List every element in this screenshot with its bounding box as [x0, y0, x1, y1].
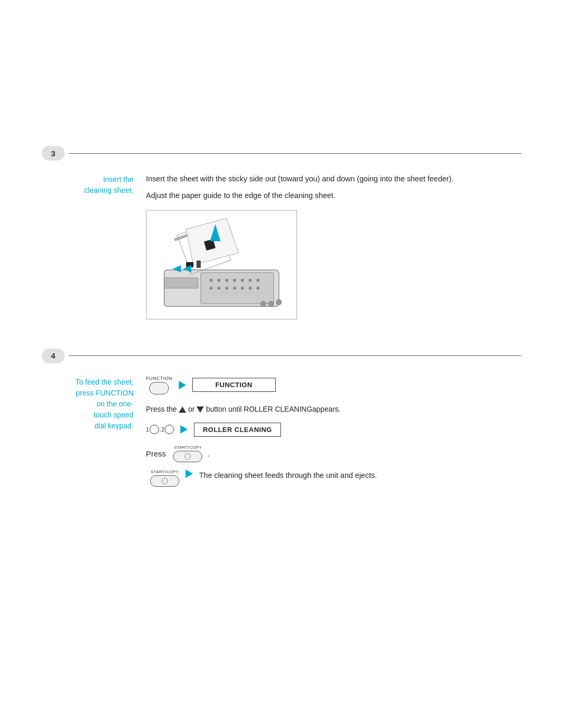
up-arrow-inline	[179, 406, 186, 413]
svg-point-14	[249, 287, 252, 290]
press-until-main: Press the	[146, 405, 179, 413]
step3-label-line1: Insert the	[103, 175, 133, 183]
step3-content: Insert the sheet with the sticky side ou…	[146, 173, 521, 328]
page-content: 3 Insert the cleaning sheet. Insert the …	[0, 0, 563, 539]
svg-point-3	[217, 279, 221, 282]
function-display-box: FUNCTION	[192, 378, 276, 392]
step4-label: To feed the sheet, press FUNCTION on the…	[42, 376, 146, 487]
svg-point-10	[233, 287, 236, 290]
step4-header: 4	[42, 349, 521, 363]
svg-point-12	[249, 279, 252, 282]
arrow-icon-3	[186, 470, 193, 478]
step3-header: 3	[42, 146, 521, 161]
result-icon-box: START/COPY	[146, 470, 179, 487]
step4-line	[69, 355, 521, 356]
num-circles-icon: 1 , 2	[146, 425, 174, 434]
svg-rect-21	[197, 261, 201, 268]
press-period: .	[207, 449, 210, 458]
function-row: FUNCTION FUNCTION	[146, 376, 521, 394]
svg-point-7	[225, 287, 228, 290]
svg-point-28	[276, 300, 282, 305]
function-icon-box: FUNCTION	[146, 376, 173, 394]
arrow-icon-2	[180, 425, 188, 434]
fax-diagram	[146, 210, 297, 319]
start-inner-circle-result	[162, 478, 168, 484]
arrow-icon-1	[179, 381, 186, 389]
step4-badge: 4	[42, 349, 65, 363]
roller-cleaning-row: 1 , 2 ROLLER CLEANING	[146, 423, 521, 437]
svg-point-6	[217, 287, 221, 290]
function-oval-icon: FUNCTION	[146, 376, 173, 394]
or-text: or	[188, 405, 197, 413]
roller-cleaning-text: ROLLER CLEANING	[203, 426, 272, 434]
svg-point-4	[225, 279, 228, 282]
start-copy-icon-result: START/COPY	[150, 470, 179, 487]
svg-point-2	[210, 279, 213, 282]
function-display-text: FUNCTION	[215, 381, 252, 389]
step3-line	[69, 153, 521, 154]
step4-label-line4: touch speed	[94, 411, 133, 419]
start-oval-shape	[173, 451, 202, 462]
press-word: Press	[146, 449, 166, 458]
circle-o-2	[165, 425, 174, 434]
svg-point-26	[261, 301, 266, 306]
step4-label-line1: To feed the sheet,	[76, 378, 133, 386]
num1: 1	[146, 427, 149, 433]
step4-body: To feed the sheet, press FUNCTION on the…	[42, 376, 521, 487]
svg-point-5	[210, 287, 213, 290]
svg-rect-25	[164, 278, 198, 288]
appears-text: appears.	[312, 405, 340, 413]
step4-content: FUNCTION FUNCTION Press the or button un…	[146, 376, 521, 487]
comma-sep: ,	[160, 426, 161, 433]
step3-body: Insert the cleaning sheet. Insert the sh…	[42, 173, 521, 328]
result-row: START/COPY The cleaning sheet feeds thro…	[146, 470, 521, 487]
function-button-shape	[149, 382, 169, 394]
fax-illustration-svg	[149, 213, 295, 317]
svg-point-15	[256, 287, 260, 290]
start-copy-label-result: START/COPY	[151, 470, 178, 474]
function-small-label: FUNCTION	[146, 376, 173, 381]
press-until-suffix: button until ROLLER CLEANING	[206, 405, 312, 413]
svg-point-11	[241, 287, 244, 290]
step4-label-line5: dial keypad.	[94, 422, 133, 430]
svg-point-13	[256, 279, 260, 282]
step3-instruction2: Adjust the paper guide to the edge of th…	[146, 190, 521, 201]
step3-instruction1: Insert the sheet with the sticky side ou…	[146, 173, 521, 184]
svg-point-27	[268, 301, 274, 306]
circle-o-1	[150, 425, 159, 434]
roller-cleaning-display: ROLLER CLEANING	[194, 423, 280, 437]
svg-point-8	[233, 279, 236, 282]
step4-label-line2: press FUNCTION	[76, 389, 133, 397]
num2: 2	[162, 427, 165, 433]
result-text: The cleaning sheet feeds through the uni…	[199, 470, 377, 481]
step3-label: Insert the cleaning sheet.	[42, 173, 146, 328]
press-start-row: Press START/COPY .	[146, 445, 521, 462]
press-until-text: Press the or button until ROLLER CLEANIN…	[146, 404, 521, 415]
down-arrow-inline	[197, 406, 204, 413]
top-spacer	[42, 31, 521, 146]
start-copy-button: START/COPY	[173, 445, 202, 462]
step3-badge: 3	[42, 146, 65, 161]
start-copy-label: START/COPY	[174, 445, 202, 450]
start-inner-circle	[185, 453, 191, 460]
svg-point-9	[241, 279, 244, 282]
start-oval-result	[150, 475, 179, 487]
step4-label-line3: on the one-	[96, 400, 133, 408]
step3-label-line2: cleaning sheet.	[84, 186, 133, 194]
